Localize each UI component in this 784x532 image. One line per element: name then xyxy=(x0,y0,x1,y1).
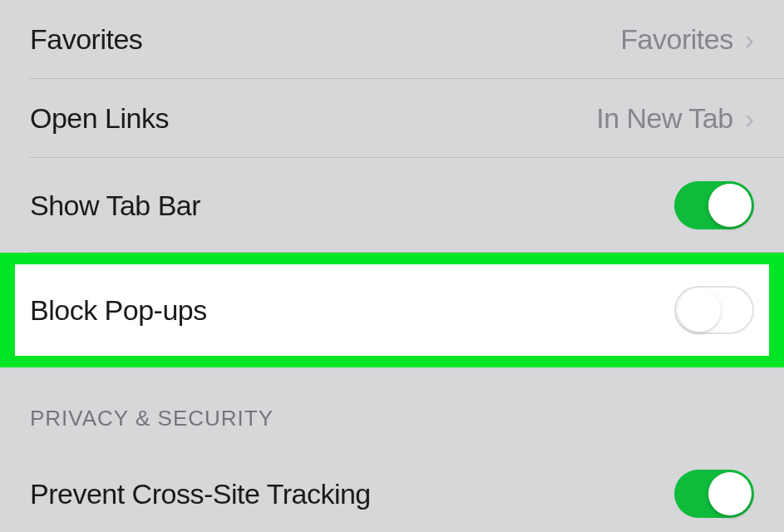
open-links-label: Open Links xyxy=(30,102,169,135)
show-tab-bar-label: Show Tab Bar xyxy=(30,190,200,222)
block-popups-highlight: Block Pop-ups xyxy=(0,253,784,367)
favorites-row[interactable]: Favorites Favorites › xyxy=(0,0,784,79)
toggle-knob-icon xyxy=(708,472,752,515)
favorites-value: Favorites xyxy=(620,23,732,56)
favorites-label: Favorites xyxy=(30,23,142,56)
privacy-security-section-header: PRIVACY & SECURITY xyxy=(0,367,784,446)
chevron-right-icon: › xyxy=(745,102,754,135)
privacy-security-header-label: PRIVACY & SECURITY xyxy=(30,406,754,431)
toggle-knob-icon xyxy=(678,288,721,332)
open-links-value: In New Tab xyxy=(596,102,732,135)
block-popups-toggle[interactable] xyxy=(674,286,754,334)
block-popups-row: Block Pop-ups xyxy=(15,264,769,356)
prevent-cross-site-row: Prevent Cross-Site Tracking xyxy=(0,446,784,532)
show-tab-bar-toggle[interactable] xyxy=(674,181,754,229)
toggle-knob-icon xyxy=(708,184,752,227)
favorites-right: Favorites › xyxy=(620,23,754,56)
open-links-right: In New Tab › xyxy=(596,102,754,135)
prevent-cross-site-label: Prevent Cross-Site Tracking xyxy=(30,478,371,510)
prevent-cross-site-toggle[interactable] xyxy=(674,470,754,518)
chevron-right-icon: › xyxy=(745,23,754,56)
open-links-row[interactable]: Open Links In New Tab › xyxy=(0,79,784,158)
show-tab-bar-row: Show Tab Bar xyxy=(0,158,784,253)
block-popups-label: Block Pop-ups xyxy=(30,294,207,327)
settings-list: Favorites Favorites › Open Links In New … xyxy=(0,0,784,532)
